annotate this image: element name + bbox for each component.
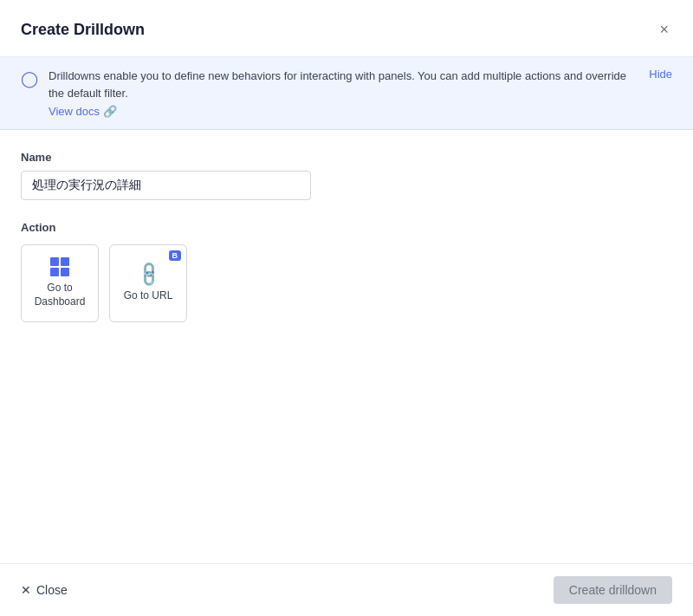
- modal-close-icon-button[interactable]: ×: [656, 17, 672, 42]
- go-to-url-label: Go to URL: [124, 289, 173, 303]
- modal-footer: ✕ Close Create drilldown: [0, 563, 693, 616]
- action-card-dashboard[interactable]: Go toDashboard: [21, 244, 99, 322]
- modal-title: Create Drilldown: [21, 21, 145, 39]
- dashboard-icon: [50, 257, 69, 276]
- go-to-dashboard-label: Go toDashboard: [35, 282, 86, 308]
- view-docs-link[interactable]: View docs 🔗: [49, 105, 117, 118]
- link-icon: 🔗: [133, 259, 164, 289]
- external-link-icon: 🔗: [103, 105, 117, 118]
- footer-close-button[interactable]: ✕ Close: [21, 583, 68, 597]
- close-x-small-icon: ✕: [21, 583, 31, 597]
- beta-badge: B: [169, 250, 182, 261]
- action-cards-container: Go toDashboard B 🔗 Go to URL: [21, 244, 672, 322]
- close-x-icon: ×: [659, 21, 669, 39]
- name-input[interactable]: [21, 171, 311, 200]
- modal-header: Create Drilldown ×: [0, 0, 693, 57]
- info-text-container: Drilldowns enable you to define new beha…: [49, 68, 638, 119]
- hide-banner-button[interactable]: Hide: [649, 68, 672, 81]
- info-banner: ◯ Drilldowns enable you to define new be…: [0, 57, 693, 130]
- modal-body: Name Action Go toDashboard B 🔗 Go to URL: [0, 130, 693, 563]
- info-banner-text: Drilldowns enable you to define new beha…: [49, 68, 638, 101]
- create-drilldown-button[interactable]: Create drilldown: [554, 576, 672, 604]
- action-section-label: Action: [21, 221, 672, 234]
- action-card-url[interactable]: B 🔗 Go to URL: [109, 244, 187, 322]
- info-circle-icon: ◯: [21, 69, 38, 88]
- modal-container: Create Drilldown × ◯ Drilldowns enable y…: [0, 0, 693, 616]
- name-field-label: Name: [21, 151, 672, 164]
